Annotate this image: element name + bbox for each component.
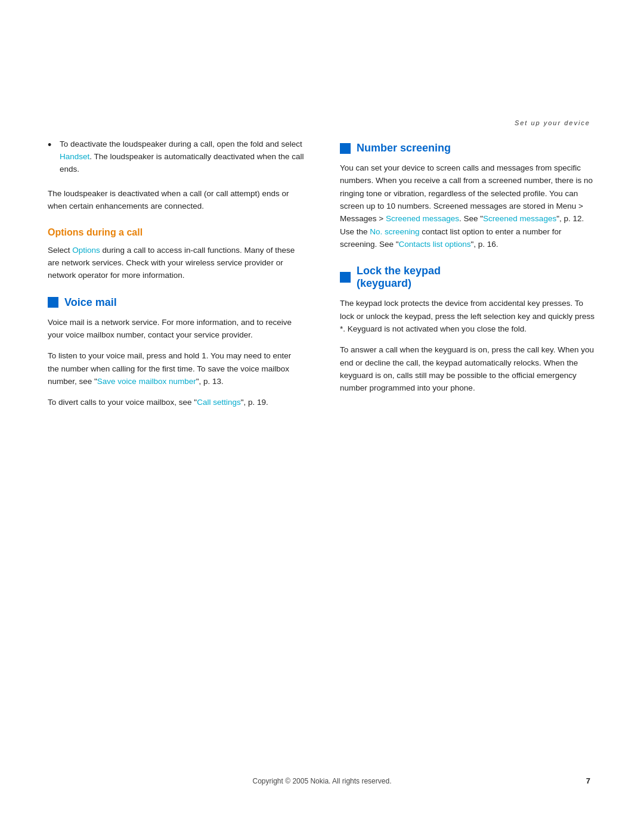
number-screening-section: Number screening You can set your device… xyxy=(340,142,596,250)
page-header: Set up your device xyxy=(0,0,644,138)
voice-mail-heading-container: Voice mail xyxy=(48,296,304,309)
voice-mail-para3-before: To divert calls to your voice mailbox, s… xyxy=(48,398,197,407)
lock-keypad-section: Lock the keypad (keyguard) The keypad lo… xyxy=(340,265,596,394)
left-column: • To deactivate the loudspeaker during a… xyxy=(48,138,304,423)
contacts-list-options-link[interactable]: Contacts list options xyxy=(399,240,471,249)
options-during-call-heading: Options during a call xyxy=(48,227,304,238)
bullet-text: To deactivate the loudspeaker during a c… xyxy=(60,138,304,176)
lock-keypad-heading-line2: (keyguard) xyxy=(357,277,411,289)
bullet-dot: • xyxy=(48,138,60,152)
bullet-text-before-link: To deactivate the loudspeaker during a c… xyxy=(60,140,302,148)
header-text: Set up your device xyxy=(515,119,590,126)
lock-keypad-para1: The keypad lock protects the device from… xyxy=(340,297,596,335)
voice-mail-para3: To divert calls to your voice mailbox, s… xyxy=(48,396,304,408)
call-settings-link[interactable]: Call settings xyxy=(197,398,241,407)
page: Set up your device • To deactivate the l… xyxy=(0,0,644,833)
number-screening-icon xyxy=(340,143,351,154)
voice-mail-para1: Voice mail is a network service. For mor… xyxy=(48,316,304,342)
voice-mail-para2: To listen to your voice mail, press and … xyxy=(48,349,304,388)
voice-mail-icon xyxy=(48,297,58,308)
voice-mail-para2-page: 13. xyxy=(212,377,224,386)
contacts-list-options-page: 16. xyxy=(487,240,499,249)
bullet-text-after-link: . The loudspeaker is automatically deact… xyxy=(60,152,304,174)
right-column: Number screening You can set your device… xyxy=(340,138,596,423)
screened-messages-link2[interactable]: Screened messages xyxy=(483,214,556,223)
lock-keypad-heading-line1: Lock the keypad xyxy=(357,265,441,277)
bullet-item-loudspeaker: • To deactivate the loudspeaker during a… xyxy=(48,138,304,176)
no-screening-link[interactable]: No. screening xyxy=(370,227,419,236)
footer-page-number: 7 xyxy=(586,776,590,785)
screened-messages-link1[interactable]: Screened messages xyxy=(386,214,459,223)
lock-keypad-heading: Lock the keypad (keyguard) xyxy=(357,265,441,290)
voice-mail-section: Voice mail Voice mail is a network servi… xyxy=(48,296,304,409)
save-voice-mailbox-link[interactable]: Save voice mailbox number xyxy=(97,377,196,386)
options-during-call-section: Options during a call Select Options dur… xyxy=(48,227,304,282)
screened-messages-page: 12 xyxy=(572,214,581,223)
voice-mail-heading: Voice mail xyxy=(64,296,117,309)
bullet-section: • To deactivate the loudspeaker during a… xyxy=(48,138,304,176)
voice-mail-para3-after: ", p. xyxy=(241,398,257,407)
handset-link[interactable]: Handset xyxy=(60,152,89,161)
loudspeaker-deactivate-text: The loudspeaker is deactivated when a ca… xyxy=(48,188,304,213)
lock-keypad-icon xyxy=(340,272,351,283)
voice-mail-para2-after: ", p. xyxy=(196,377,212,386)
page-footer: Copyright © 2005 Nokia. All rights reser… xyxy=(0,777,644,785)
options-link[interactable]: Options xyxy=(72,246,100,255)
lock-keypad-para2: To answer a call when the keyguard is on… xyxy=(340,343,596,394)
number-screening-heading: Number screening xyxy=(357,142,451,154)
voice-mail-para3-page: 19. xyxy=(257,398,268,407)
footer-copyright: Copyright © 2005 Nokia. All rights reser… xyxy=(253,777,392,785)
lock-keypad-heading-container: Lock the keypad (keyguard) xyxy=(340,265,596,290)
number-screening-body: You can set your device to screen calls … xyxy=(340,162,596,250)
options-during-call-body: Select Options during a call to access i… xyxy=(48,244,304,282)
number-screening-heading-container: Number screening xyxy=(340,142,596,154)
loudspeaker-text: The loudspeaker is deactivated when a ca… xyxy=(48,189,289,210)
content-area: • To deactivate the loudspeaker during a… xyxy=(0,138,644,423)
